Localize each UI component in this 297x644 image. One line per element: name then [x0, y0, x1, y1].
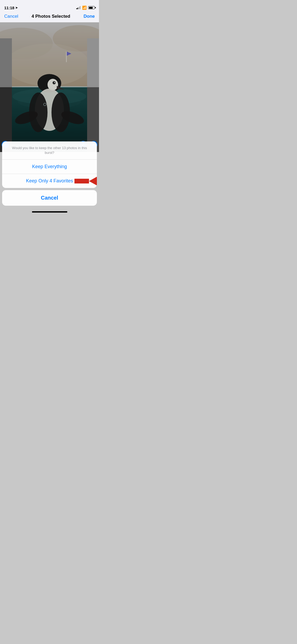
cancel-card: Cancel: [2, 190, 97, 206]
alert-container: Would you like to keep the other 13 phot…: [0, 139, 99, 215]
keep-everything-button[interactable]: Keep Everything: [2, 160, 97, 174]
cancel-nav-button[interactable]: Cancel: [4, 14, 18, 19]
keep-favorites-button[interactable]: Keep Only 4 Favorites: [2, 174, 97, 188]
location-icon: ➤: [15, 6, 18, 10]
time-display: 11:18: [4, 6, 14, 10]
status-bar: 11:18 ➤ 📶: [0, 0, 99, 12]
alert-message: Would you like to keep the other 13 phot…: [2, 141, 97, 160]
status-time: 11:18 ➤: [4, 6, 18, 10]
nav-bar: Cancel 4 Photos Selected Done: [0, 12, 99, 22]
signal-bar-4: [80, 6, 81, 9]
signal-bar-2: [77, 8, 78, 9]
signal-bar-3: [79, 7, 79, 9]
status-icons: 📶: [76, 6, 95, 10]
signal-bar-1: [76, 8, 77, 9]
battery-icon: [88, 6, 95, 9]
overlay-dim: [0, 22, 99, 152]
wifi-icon: 📶: [82, 6, 87, 10]
signal-icon: [76, 6, 81, 9]
photo-area: ✓ ✓ ✓: [0, 22, 99, 152]
alert-card: Would you like to keep the other 13 phot…: [2, 141, 97, 188]
home-indicator: [32, 211, 67, 213]
nav-title: 4 Photos Selected: [31, 14, 70, 19]
cancel-alert-button[interactable]: Cancel: [2, 190, 97, 206]
done-button[interactable]: Done: [83, 14, 95, 19]
